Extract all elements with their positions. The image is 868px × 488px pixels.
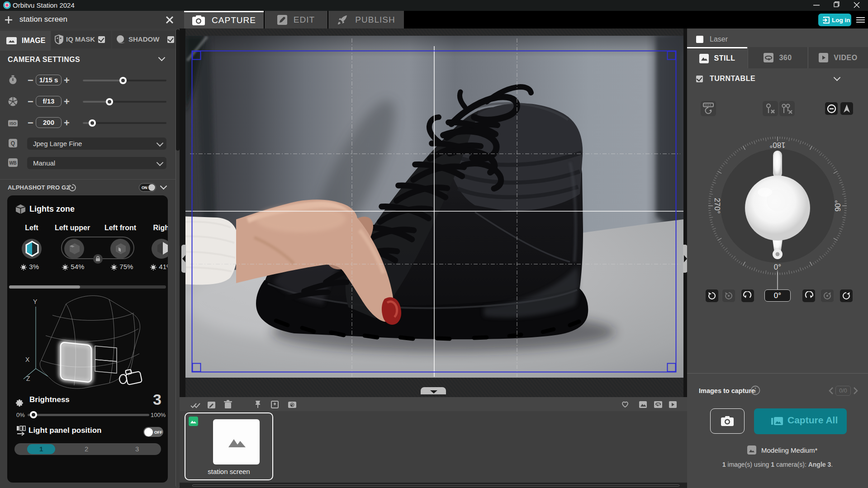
- svg-text:0°: 0°: [774, 263, 781, 271]
- svg-text:Q: Q: [11, 140, 15, 147]
- svg-text:Z: Z: [26, 375, 30, 382]
- svg-text:WB: WB: [9, 161, 17, 166]
- svg-text:90°: 90°: [834, 200, 842, 212]
- svg-text:180°: 180°: [769, 141, 785, 149]
- svg-text:270°: 270°: [713, 198, 721, 213]
- svg-text:ISO: ISO: [9, 121, 16, 126]
- svg-text:X: X: [25, 356, 30, 363]
- svg-text:Y: Y: [33, 298, 38, 305]
